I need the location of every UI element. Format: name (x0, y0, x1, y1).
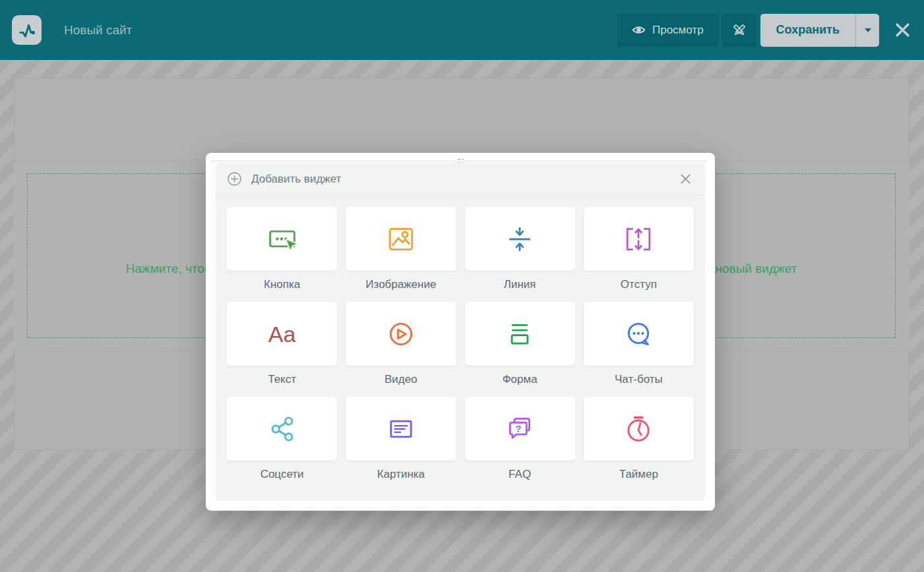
picture-icon (384, 412, 418, 446)
widget-grid: Кнопка Изображение Линия ОтступAaТекст В… (216, 196, 705, 492)
widget-card-surface[interactable] (227, 397, 337, 461)
page-title: Новый сайт (64, 23, 132, 38)
eye-icon (632, 23, 646, 37)
widget-card-surface[interactable] (227, 207, 337, 271)
widget-card-video[interactable]: Видео (346, 302, 456, 397)
widget-picker-panel: Добавить виджет Кнопка Изображение Линия… (216, 163, 705, 501)
widget-card-surface[interactable] (584, 302, 694, 366)
modal-title: Добавить виджет (251, 173, 341, 186)
widget-card-text[interactable]: AaТекст (227, 302, 337, 397)
widget-card-social[interactable]: Соцсети (227, 397, 337, 492)
design-tools-icon (731, 22, 748, 39)
widget-label: FAQ (465, 468, 575, 481)
widget-card-timer[interactable]: Таймер (584, 397, 694, 492)
save-dropdown-toggle[interactable] (855, 14, 879, 47)
spacing-icon (621, 222, 656, 256)
close-icon (894, 22, 911, 38)
faq-icon: ? (503, 412, 537, 446)
widget-card-surface[interactable] (346, 397, 456, 461)
widget-card-button[interactable]: Кнопка (227, 207, 337, 302)
line-icon (503, 222, 537, 256)
widget-card-surface[interactable] (465, 302, 575, 366)
widget-card-surface[interactable]: ? (465, 397, 575, 461)
widget-card-surface[interactable] (465, 207, 575, 271)
widget-picker-header: Добавить виджет (216, 163, 705, 196)
text-icon: Aa (268, 323, 296, 345)
widget-label: Отступ (584, 278, 694, 291)
button-icon (265, 222, 299, 256)
close-icon (679, 173, 692, 185)
save-label[interactable]: Сохранить (760, 14, 855, 47)
widget-card-surface[interactable]: Aa (227, 302, 337, 366)
save-split-button[interactable]: Сохранить (760, 14, 879, 47)
widget-label: Картинка (346, 468, 456, 481)
widget-card-line[interactable]: Линия (465, 207, 575, 302)
widget-card-picture[interactable]: Картинка (346, 397, 456, 492)
widget-card-chatbots[interactable]: Чат-боты (584, 302, 694, 397)
modal-close-button[interactable] (677, 171, 694, 188)
widget-label: Форма (465, 373, 575, 386)
widget-label: Видео (346, 373, 456, 386)
widget-label: Кнопка (227, 278, 337, 291)
widget-card-form[interactable]: Форма (465, 302, 575, 397)
social-icon (265, 412, 299, 446)
image-icon (384, 222, 418, 256)
plus-circle-icon (227, 171, 242, 186)
empty-section-top[interactable] (14, 78, 909, 161)
chevron-down-icon (865, 28, 871, 32)
widget-label: Изображение (346, 278, 456, 291)
chatbots-icon (621, 317, 656, 351)
preview-button[interactable]: Просмотр (617, 14, 718, 47)
timer-icon (621, 412, 656, 446)
widget-card-spacing[interactable]: Отступ (584, 207, 694, 302)
preview-label: Просмотр (652, 24, 704, 37)
widget-card-surface[interactable] (584, 207, 694, 271)
widget-card-surface[interactable] (584, 397, 694, 461)
app-logo[interactable] (12, 15, 42, 45)
widget-card-surface[interactable] (346, 207, 456, 271)
form-icon (503, 317, 537, 351)
widget-label: Соцсети (227, 468, 337, 481)
editor-stage: Нажмите, чтобы добавить новый виджет Наж… (0, 60, 924, 572)
add-widget-modal: Добавить виджет Кнопка Изображение Линия… (206, 153, 715, 511)
widget-label: Линия (465, 278, 575, 291)
editor-close-button[interactable] (892, 20, 912, 40)
pulse-icon (16, 19, 38, 42)
widget-card-image[interactable]: Изображение (346, 207, 456, 302)
widget-label: Таймер (584, 468, 694, 481)
widget-card-faq[interactable]: ?FAQ (465, 397, 575, 492)
svg-text:?: ? (515, 422, 521, 434)
widget-label: Чат-боты (584, 373, 694, 386)
video-icon (384, 317, 418, 351)
widget-label: Текст (227, 373, 337, 386)
widget-card-surface[interactable] (346, 302, 456, 366)
design-button[interactable] (722, 14, 756, 47)
top-toolbar: Новый сайт Просмотр (0, 0, 924, 60)
